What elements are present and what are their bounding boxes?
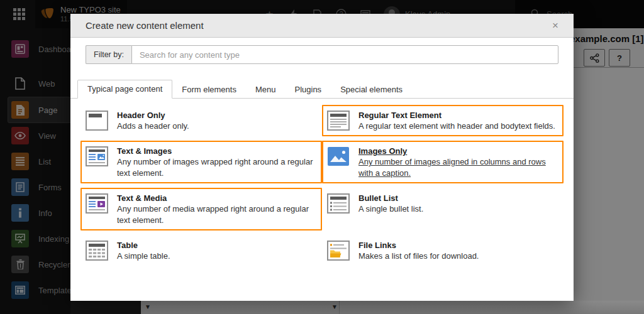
item-title: Table xyxy=(117,240,170,251)
content-element-text-media[interactable]: Text & Media Any number of media wrapped… xyxy=(80,188,322,230)
content-element-table[interactable]: Table A simple table. xyxy=(80,235,322,266)
item-title: Text & Images xyxy=(117,146,317,156)
content-element-header-only[interactable]: Header Only Adds a header only. xyxy=(80,105,322,136)
images-only-icon xyxy=(327,146,350,166)
text-media-icon xyxy=(86,193,108,214)
item-title: Images Only xyxy=(358,146,558,156)
modal-body: Filter by: Typical page content Form ele… xyxy=(70,38,574,266)
content-element-images-only[interactable]: Images Only Any number of images aligned… xyxy=(322,141,564,183)
tab-menu[interactable]: Menu xyxy=(246,81,286,99)
item-description: Any number of images wrapped right aroun… xyxy=(117,156,317,179)
item-description: Adds a header only. xyxy=(117,121,189,132)
item-description: Any number of images aligned in columns … xyxy=(358,156,558,179)
modal-header: Create new content element × xyxy=(70,14,574,38)
item-title: Text & Media xyxy=(117,193,317,203)
new-content-element-modal: Create new content element × Filter by: … xyxy=(70,14,574,301)
item-description: A regular text element with header and b… xyxy=(358,121,555,132)
content-type-search-input[interactable] xyxy=(131,45,558,64)
item-description: Any number of media wrapped right around… xyxy=(117,203,317,226)
tab-special-elements[interactable]: Special elements xyxy=(331,81,412,99)
bullet-list-icon xyxy=(327,193,350,214)
item-description: A simple table. xyxy=(117,251,170,262)
table-icon xyxy=(86,241,108,261)
item-title: Bullet List xyxy=(358,193,423,203)
filter-row: Filter by: xyxy=(86,45,558,64)
tab-form-elements[interactable]: Form elements xyxy=(172,81,246,99)
item-description: A single bullet list. xyxy=(358,203,423,215)
modal-title: Create new content element xyxy=(86,20,552,31)
filter-by-label: Filter by: xyxy=(86,45,131,64)
content-element-regular-text[interactable]: Regular Text Element A regular text elem… xyxy=(322,105,564,136)
tab-typical-page-content[interactable]: Typical page content xyxy=(77,80,172,99)
content-element-grid: Header Only Adds a header only. Regular … xyxy=(80,105,564,266)
close-icon[interactable]: × xyxy=(552,20,558,31)
item-description: Makes a list of files for download. xyxy=(358,251,479,262)
header-only-icon xyxy=(86,111,108,131)
content-element-file-links[interactable]: File Links Makes a list of files for dow… xyxy=(322,235,564,266)
modal-tabs: Typical page content Form elements Menu … xyxy=(70,80,574,99)
tab-plugins[interactable]: Plugins xyxy=(285,81,331,99)
regular-text-icon xyxy=(327,111,350,131)
text-images-icon xyxy=(86,146,108,166)
item-title: Regular Text Element xyxy=(358,110,555,121)
item-title: Header Only xyxy=(117,110,189,121)
content-element-bullet-list[interactable]: Bullet List A single bullet list. xyxy=(322,188,564,230)
content-element-text-images[interactable]: Text & Images Any number of images wrapp… xyxy=(80,141,322,183)
file-links-icon xyxy=(327,241,350,261)
item-title: File Links xyxy=(358,240,479,251)
